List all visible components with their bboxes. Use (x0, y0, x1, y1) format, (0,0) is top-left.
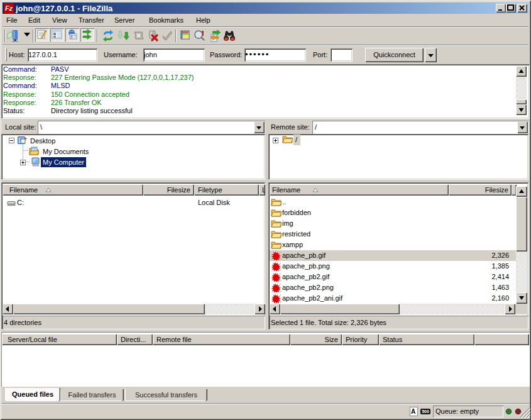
svg-text:Fz: Fz (5, 4, 13, 12)
